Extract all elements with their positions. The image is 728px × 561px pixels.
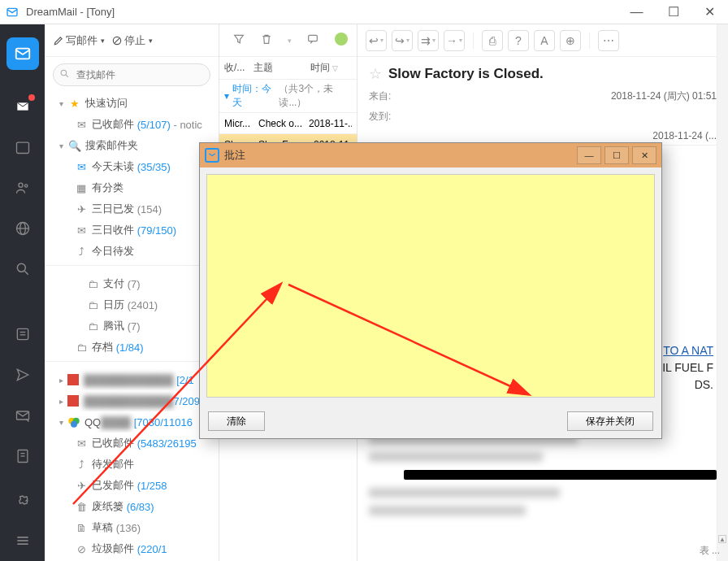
delete-icon[interactable]	[260, 33, 273, 49]
msglist-row[interactable]: Micr... Check o... 2018-11-...	[219, 113, 357, 134]
tree-3day-inbox[interactable]: ✉三日收件 (79/150)	[45, 220, 219, 241]
annotation-dialog: 批注 — ☐ ✕ 清除 保存并关闭	[199, 142, 662, 439]
tree-qq-trash[interactable]: 🗑废纸篓 (6/83)	[45, 496, 219, 517]
tree-categorized[interactable]: ▦有分类	[45, 177, 219, 198]
rail-archive-icon[interactable]	[0, 314, 45, 354]
tree-account-1[interactable]: ▸████████████ [2/1	[45, 369, 219, 390]
print-button[interactable]: ⎙	[482, 30, 503, 51]
preview-toolbar: ↩ ↪ ⇉ → ⎙ ? A ⊕ ⋯	[358, 24, 728, 57]
tree-account-qq[interactable]: ▾ QQ████ [7030/11016	[45, 411, 219, 433]
dialog-titlebar[interactable]: 批注 — ☐ ✕	[200, 143, 661, 167]
svg-point-24	[61, 70, 67, 76]
dialog-minimize[interactable]: —	[577, 146, 601, 164]
tree-search-folders[interactable]: ▾🔍搜索邮件夹	[45, 135, 219, 156]
tree-folder-pay[interactable]: 🗀支付 (7)	[45, 273, 219, 294]
rail-settings-icon[interactable]	[0, 480, 45, 520]
tree-today-pending[interactable]: ⤴今日待发	[45, 241, 219, 262]
maximize-button[interactable]: ☐	[655, 0, 691, 24]
svg-line-25	[66, 75, 68, 77]
tree-qq-drafts[interactable]: 🗎草稿 (136)	[45, 517, 219, 538]
svg-rect-15	[16, 411, 28, 420]
col-date[interactable]: 时间 ▽	[310, 61, 352, 75]
msglist-toolbar: ▾	[219, 24, 357, 57]
reply-button[interactable]: ↪	[392, 30, 413, 51]
from-label: 来自:	[369, 89, 400, 103]
rail-contacts-icon[interactable]	[0, 167, 45, 208]
text-button[interactable]: A	[534, 30, 555, 51]
svg-line-11	[24, 272, 28, 275]
replyall-button[interactable]: ⇉	[418, 30, 439, 51]
svg-point-5	[19, 183, 23, 187]
compose-toolbar: 写邮件 ▾ 停止 ▾	[45, 24, 219, 57]
status-dot-icon[interactable]	[334, 32, 349, 50]
search-input[interactable]	[53, 63, 210, 86]
window-title: DreamMail - [Tony]	[24, 6, 618, 18]
svg-point-6	[24, 185, 27, 187]
rail-mail-icon[interactable]	[0, 86, 45, 127]
rail-rss-icon[interactable]	[0, 354, 45, 395]
rail-calendar-icon[interactable]	[0, 127, 45, 167]
svg-point-28	[71, 421, 77, 428]
svg-point-10	[17, 263, 25, 272]
app-logo[interactable]	[6, 37, 39, 70]
svg-point-30	[335, 33, 348, 46]
tree-qq-inbox[interactable]: ✉已收邮件 (5483/26195	[45, 433, 219, 454]
tree-folder-archive[interactable]: 🗀存档 (1/84)	[45, 337, 219, 358]
clear-button[interactable]: 清除	[208, 411, 265, 431]
mail-subject: Slow Factory is Closed.	[388, 66, 544, 82]
tree-today-unread[interactable]: ✉今天未读 (35/35)	[45, 156, 219, 177]
svg-rect-12	[17, 328, 28, 339]
zoom-button[interactable]: ⊕	[560, 30, 581, 51]
tree-account-2[interactable]: ▸████████████7/209	[45, 390, 219, 411]
rail-send-icon[interactable]	[0, 395, 45, 436]
back-button[interactable]: ↩	[366, 30, 387, 51]
stop-button[interactable]: 停止 ▾	[111, 33, 153, 48]
svg-line-23	[115, 38, 119, 43]
dialog-icon	[205, 148, 219, 163]
msglist-group[interactable]: ▾时间：今天（共3个，未读...）	[219, 80, 357, 113]
chat-icon[interactable]	[306, 33, 319, 49]
tree-3day-sent[interactable]: ✈三日已发 (154)	[45, 198, 219, 220]
annotation-textarea[interactable]	[206, 174, 655, 398]
nav-rail	[0, 24, 45, 561]
save-close-button[interactable]: 保存并关闭	[567, 411, 653, 431]
mail-date2: 2018-11-24 (...	[652, 130, 717, 141]
to-label: 发到:	[369, 110, 400, 124]
app-icon	[0, 0, 24, 24]
minimize-button[interactable]: —	[618, 0, 655, 24]
search-icon	[59, 67, 70, 82]
rail-search-icon[interactable]	[0, 249, 45, 289]
scrollbar[interactable]: ▲	[717, 24, 728, 561]
col-from[interactable]: 收/...	[224, 61, 254, 75]
filter-icon[interactable]	[232, 33, 245, 49]
footer-hint: 表 ...	[700, 544, 720, 558]
help-button[interactable]: ?	[508, 30, 529, 51]
folder-sidebar: 写邮件 ▾ 停止 ▾ ▾★快速访问 ✉已收邮件 (5/107) - notic …	[45, 24, 219, 561]
rail-globe-icon[interactable]	[0, 208, 45, 249]
titlebar: DreamMail - [Tony] — ☐ ✕	[0, 0, 728, 24]
rail-menu-icon[interactable]	[0, 520, 45, 561]
svg-rect-2	[16, 142, 28, 153]
tree-quick-access[interactable]: ▾★快速访问	[45, 93, 219, 114]
more-button[interactable]: ⋯	[598, 30, 619, 51]
dialog-maximize[interactable]: ☐	[604, 146, 629, 164]
svg-rect-29	[309, 35, 318, 41]
star-icon[interactable]: ☆	[369, 65, 382, 83]
rail-notes-icon[interactable]	[0, 436, 45, 476]
tree-qq-spam[interactable]: ⊘垃圾邮件 (220/1	[45, 538, 219, 559]
folder-tree: ▾★快速访问 ✉已收邮件 (5/107) - notic ▾🔍搜索邮件夹 ✉今天…	[45, 93, 219, 561]
mail-date: 2018-11-24 (周六) 01:51	[611, 89, 717, 103]
col-subject[interactable]: 主题	[254, 61, 310, 75]
msglist-header: 收/... 主题 时间 ▽	[219, 57, 357, 80]
tree-qq-sent[interactable]: ✈已发邮件 (1/258	[45, 475, 219, 496]
tree-qq-outbox[interactable]: ⤴待发邮件	[45, 454, 219, 475]
forward-button[interactable]: →	[444, 30, 465, 51]
close-button[interactable]: ✕	[691, 0, 728, 24]
compose-button[interactable]: 写邮件 ▾	[53, 33, 105, 48]
dialog-title: 批注	[224, 148, 574, 163]
dialog-close[interactable]: ✕	[632, 146, 656, 164]
tree-folder-cal[interactable]: 🗀日历 (2401)	[45, 294, 219, 315]
tree-folder-tencent[interactable]: 🗀腾讯 (7)	[45, 315, 219, 337]
tree-inbox[interactable]: ✉已收邮件 (5/107) - notic	[45, 114, 219, 135]
